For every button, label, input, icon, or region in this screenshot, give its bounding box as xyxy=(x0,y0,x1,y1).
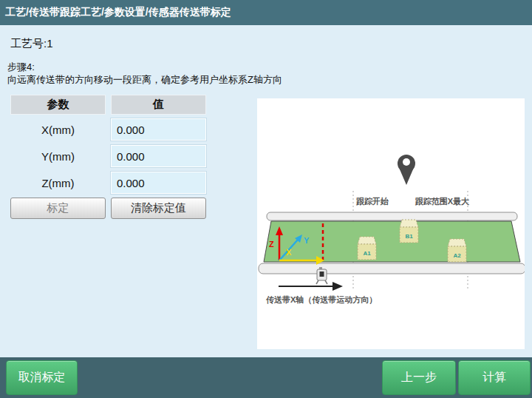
box-b1-label: B1 xyxy=(405,233,413,240)
axis-x-label: X xyxy=(286,248,292,257)
step-description: 向远离传送带的方向移动一段距离，确定参考用户坐标系Z轴方向 xyxy=(7,73,282,87)
box-a1-label: A1 xyxy=(363,250,371,257)
z-value-input[interactable] xyxy=(111,172,206,194)
clear-calibration-button[interactable]: 清除标定值 xyxy=(111,198,206,219)
axis-y-label: Y xyxy=(304,236,310,245)
y-value-input[interactable] xyxy=(111,145,206,167)
step-title: 步骤4: xyxy=(7,61,35,74)
process-number: 工艺号:1 xyxy=(10,37,53,51)
conveyor-bottom-rail xyxy=(259,263,525,274)
conveyor-belt-surface xyxy=(264,221,520,262)
conveyor-sensor-icon xyxy=(316,267,327,284)
conveyor-top-rail xyxy=(267,212,517,220)
z-row-label: Z(mm) xyxy=(10,172,106,194)
calculate-button[interactable]: 计算 xyxy=(458,360,531,395)
box-a2-label: A2 xyxy=(453,252,461,259)
motion-direction-arrow xyxy=(279,282,343,291)
footer-bar: 取消标定 上一步 计算 xyxy=(0,357,532,398)
conveyor-axis-caption: 传送带X轴（传送带运动方向） xyxy=(265,295,377,305)
y-row-label: Y(mm) xyxy=(10,145,106,167)
workpiece-box-a1: A1 xyxy=(358,237,376,260)
previous-step-button[interactable]: 上一步 xyxy=(382,360,456,395)
x-value-input[interactable] xyxy=(111,118,206,141)
titlebar: 工艺/传送带跟踪工艺/参数设置/传感器传送带标定 xyxy=(0,0,532,25)
conveyor-diagram: 跟踪开始 跟踪范围X最大 A1 B1 xyxy=(257,98,525,349)
tracking-start-label: 跟踪开始 xyxy=(355,197,389,206)
tracking-max-label: 跟踪范围X最大 xyxy=(415,197,470,206)
axis-z-label: Z xyxy=(269,240,274,249)
workpiece-box-a2: A2 xyxy=(448,239,466,262)
tool-pin-icon xyxy=(398,155,415,185)
calibrate-button[interactable]: 标定 xyxy=(10,198,106,219)
breadcrumb: 工艺/传送带跟踪工艺/参数设置/传感器传送带标定 xyxy=(5,6,231,19)
workpiece-box-b1: B1 xyxy=(400,220,418,243)
table-header-value: 值 xyxy=(111,95,206,115)
x-row-label: X(mm) xyxy=(10,118,106,141)
cancel-calibration-button[interactable]: 取消标定 xyxy=(6,360,78,395)
table-header-parameter: 参数 xyxy=(10,95,106,115)
app-window: 工艺/传送带跟踪工艺/参数设置/传感器传送带标定 工艺号:1 步骤4: 向远离传… xyxy=(0,0,532,398)
conveyor-diagram-panel: 跟踪开始 跟踪范围X最大 A1 B1 xyxy=(257,98,525,349)
